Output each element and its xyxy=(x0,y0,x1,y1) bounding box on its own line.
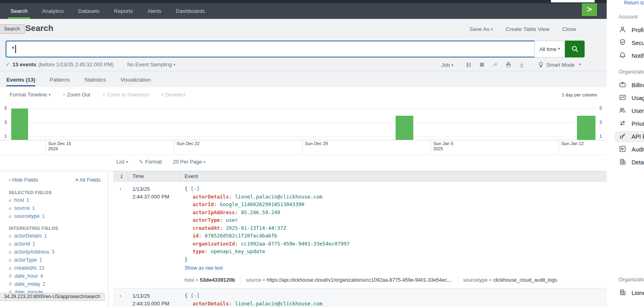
field-host[interactable]: ahost1 xyxy=(0,196,108,204)
sidebar-item-usage[interactable]: Usage xyxy=(619,92,644,104)
search-button[interactable] xyxy=(565,41,585,57)
sidebar-item-notifications[interactable]: Notifications xyxy=(619,49,644,62)
y-tick-label: 5 xyxy=(1,106,7,111)
json-value[interactable]: 678526d582c1f20fac4babfb xyxy=(205,233,277,239)
search-input[interactable]: * xyxy=(6,41,539,57)
all-fields-link[interactable]: ≡ All Fields xyxy=(75,177,101,183)
field-count: 3 xyxy=(52,249,55,255)
field-type-icon: # xyxy=(9,281,12,287)
sidebar-item-label: API keys xyxy=(632,133,644,140)
nav-item-search[interactable]: Search xyxy=(3,3,35,19)
json-key[interactable]: organizationId xyxy=(193,241,235,247)
tab-patterns[interactable]: Patterns xyxy=(50,77,70,86)
sidebar-item-profile[interactable]: Profile xyxy=(619,24,644,37)
nav-item-alerts[interactable]: Alerts xyxy=(140,3,169,19)
hide-fields-link[interactable]: ‹ Hide Fields xyxy=(9,177,38,183)
json-key[interactable]: actorDetails xyxy=(193,194,229,200)
event-row-cell-expand: › xyxy=(113,289,128,307)
histogram-bar[interactable] xyxy=(577,116,595,140)
json-collapse-toggle[interactable]: [-] xyxy=(191,293,200,299)
show-raw-text-link[interactable]: Show as raw text xyxy=(185,264,607,272)
search-mode-menu[interactable]: Smart Mode▾ xyxy=(538,61,581,68)
zoom-out-button[interactable]: − Zoom Out xyxy=(63,92,90,98)
meta-sourcetype[interactable]: sourcetype = clickhouse_cloud_audit_logs xyxy=(457,276,557,284)
share-button[interactable] xyxy=(489,61,502,69)
field-createdAt[interactable]: acreatedAt13 xyxy=(0,264,108,272)
zoom-to-selection-button[interactable]: + Zoom to Selection xyxy=(102,92,149,98)
histogram-bar[interactable] xyxy=(11,108,28,140)
tab-visualization[interactable]: Visualization xyxy=(120,77,151,86)
stop-button[interactable] xyxy=(475,61,489,69)
sidebar-item-api-keys[interactable]: API keys xyxy=(619,130,644,143)
sidebar-item-security[interactable]: Security xyxy=(619,37,644,49)
json-value[interactable]: 85.246.59.249 xyxy=(241,209,280,215)
job-menu[interactable]: Job▾ xyxy=(441,62,453,68)
pause-button[interactable] xyxy=(462,61,475,69)
tab-statistics[interactable]: Statistics xyxy=(84,77,106,86)
nav-item-dashboards[interactable]: Dashboards xyxy=(169,3,212,19)
x-tick-label: Sun Dec 152024 xyxy=(48,141,71,151)
field-actorId[interactable]: aactorId1 xyxy=(0,240,108,248)
meta-source[interactable]: source = https://api.clickhouse.cloud/v1… xyxy=(240,276,452,284)
field-sourcetype[interactable]: asourcetype1 xyxy=(0,212,108,220)
sidebar-group-header: Account xyxy=(619,14,644,20)
sidebar-item-users[interactable]: Users xyxy=(619,104,644,117)
action-save-as[interactable]: Save As▾ xyxy=(469,26,493,32)
expand-chevron-icon[interactable]: › xyxy=(120,186,121,192)
x-axis-tick xyxy=(559,140,559,154)
sidebar-item-lionel-palacin[interactable]: Lionel Palacin xyxy=(619,287,644,299)
format-timeline-menu[interactable]: Format Timeline▾ xyxy=(10,92,51,98)
sidebar-item-private-endpoints[interactable]: Private endpoints xyxy=(619,117,644,130)
list-type-menu[interactable]: List▾ xyxy=(116,159,128,165)
sidebar-item-billing[interactable]: Billing xyxy=(619,79,644,92)
field-actorIpAddress[interactable]: aactorIpAddress3 xyxy=(0,248,108,256)
json-value[interactable]: Google_114602629918513043390 xyxy=(220,201,305,207)
sidebar-item-details[interactable]: Details xyxy=(619,156,644,169)
pencil-icon: ✎ xyxy=(139,159,143,165)
time-range-picker[interactable]: All time▾ xyxy=(534,41,565,57)
events-table-header: i Time Event xyxy=(113,171,607,182)
field-name: createdAt xyxy=(14,265,37,271)
export-button[interactable] xyxy=(515,61,528,69)
field-name: sourcetype xyxy=(14,213,40,219)
tab-events13[interactable]: Events (13) xyxy=(6,77,35,86)
expand-chevron-icon[interactable]: › xyxy=(120,293,121,299)
splunk-logo[interactable]: > xyxy=(582,3,597,16)
json-key[interactable]: actorDetails xyxy=(193,301,229,307)
action-close[interactable]: Close xyxy=(562,26,576,32)
json-value[interactable]: lionel.palacin@clickhouse.com xyxy=(235,194,322,200)
json-value[interactable]: 2025-01-13T14:44:37Z xyxy=(226,225,286,231)
json-key[interactable]: type xyxy=(193,248,205,254)
field-date_mday[interactable]: #date_mday2 xyxy=(0,280,108,288)
json-value[interactable]: openapi_key_update xyxy=(211,248,265,254)
print-button[interactable] xyxy=(502,61,515,69)
json-key[interactable]: actorId xyxy=(193,201,214,207)
sidebar-item-audit[interactable]: Audit xyxy=(619,143,644,156)
format-menu[interactable]: ✎Format xyxy=(139,159,162,165)
json-value[interactable]: cc1092aa-8775-459e-9401-33e54ec07997 xyxy=(241,241,349,247)
nav-item-datasets[interactable]: Datasets xyxy=(71,3,107,19)
nav-item-reports[interactable]: Reports xyxy=(107,3,140,19)
event-json-cell: { [-]actorDetails: lionel.palacin@clickh… xyxy=(181,182,607,288)
json-key[interactable]: actorType xyxy=(193,217,220,223)
events-histogram[interactable] xyxy=(0,104,607,140)
histogram-bar[interactable] xyxy=(396,116,413,140)
json-value[interactable]: user xyxy=(226,217,238,223)
deselect-button[interactable]: × Deselect xyxy=(161,92,186,98)
json-value[interactable]: lionel.palacin@clickhouse.com xyxy=(235,301,322,307)
field-actorDetails[interactable]: aactorDetails1 xyxy=(0,232,108,240)
json-key[interactable]: createdAt xyxy=(193,225,220,231)
field-actorType[interactable]: aactorType1 xyxy=(0,256,108,264)
sidebar-groups: AccountProfileSecurityNotificationsOrgan… xyxy=(619,0,644,169)
field-name: actorDetails xyxy=(14,233,42,239)
json-key[interactable]: id xyxy=(193,233,199,239)
action-create-table-view[interactable]: Create Table View xyxy=(506,26,549,32)
json-collapse-toggle[interactable]: [-] xyxy=(191,186,200,192)
nav-item-analytics[interactable]: Analytics xyxy=(35,3,71,19)
field-date_hour[interactable]: #date_hour4 xyxy=(0,272,108,280)
meta-host[interactable]: host = 53de4339120b xyxy=(185,276,235,284)
field-source[interactable]: asource1 xyxy=(0,204,108,212)
event-sampling-menu[interactable]: No Event Sampling▾ xyxy=(127,61,175,68)
per-page-menu[interactable]: 20 Per Page▾ xyxy=(173,159,205,165)
json-key[interactable]: actorIpAddress xyxy=(193,209,235,215)
